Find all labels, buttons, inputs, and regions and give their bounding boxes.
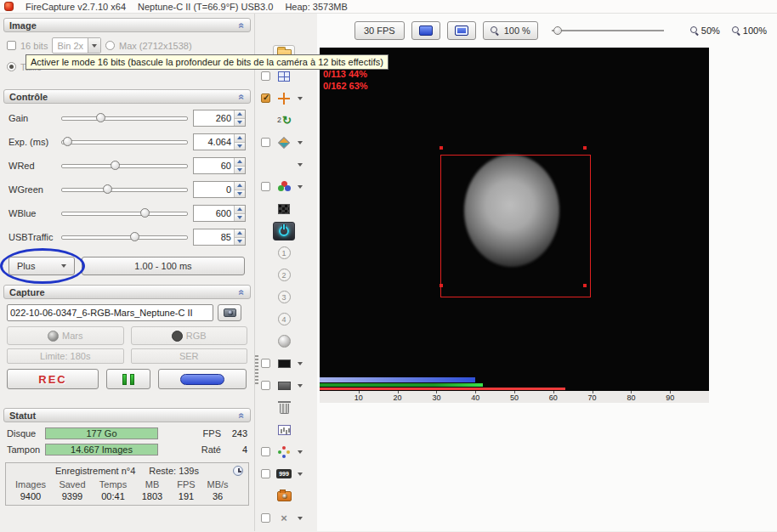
flat-frame-toggle[interactable] [273,376,295,395]
preset-3-button[interactable]: 3 [273,288,295,307]
preset-2-button[interactable]: 2 [273,266,295,285]
slider-track[interactable] [61,112,188,124]
spinner-value[interactable]: 4.064 [194,134,234,150]
preset-4-button[interactable]: 4 [273,310,295,329]
spinner-up-button[interactable] [235,229,245,237]
quality-marker-toggle-checkbox[interactable] [261,138,270,147]
color-reticle-toggle[interactable] [273,443,295,461]
filename-input[interactable] [7,304,213,321]
spinner-up-button[interactable] [235,110,245,118]
camera-power-button[interactable] [273,222,295,241]
bits16-checkbox[interactable] [7,41,16,50]
snapshot-button[interactable] [273,487,295,506]
mini-histogram-button[interactable] [273,421,295,439]
value-spinner[interactable]: 85 [193,229,246,246]
histogram-window-toggle-checkbox[interactable] [261,71,270,81]
value-spinner[interactable]: 4.064 [193,133,246,150]
splitter-handle[interactable] [255,354,258,386]
filter-button[interactable]: RGB [131,326,248,345]
spinner-value[interactable]: 85 [194,229,234,245]
flat-frame-toggle-checkbox[interactable] [261,381,270,390]
image-section-header[interactable]: Image « [3,18,251,32]
live-preview-button[interactable] [158,369,247,389]
pause-button[interactable] [106,369,150,389]
spinner-down-button[interactable] [235,142,245,150]
sphere-button[interactable] [273,332,295,351]
reticle-overlay-toggle[interactable] [273,89,295,108]
chevron-down-icon[interactable] [298,185,303,189]
slider-thumb[interactable] [130,232,139,241]
controle-section-header[interactable]: Contrôle « [3,89,251,104]
spinner-down-button[interactable] [235,166,245,174]
spinner-down-button[interactable] [235,190,245,198]
zoom-slider-knob[interactable] [553,26,562,35]
overlay-options-dropdown[interactable] [273,156,295,174]
spinner-up-button[interactable] [235,206,245,213]
slider-track[interactable] [61,160,188,172]
snapshot-filename-button[interactable] [218,304,241,321]
roi-rectangle[interactable] [440,155,591,297]
slider-thumb[interactable] [63,137,72,146]
record-button[interactable]: REC [7,369,99,389]
spinner-down-button[interactable] [235,118,245,127]
zoom-100-button[interactable]: 100% [732,25,767,36]
reticle-overlay-toggle-checkbox[interactable] [261,93,270,103]
collapse-icon[interactable]: « [236,93,248,99]
slider-thumb[interactable] [140,208,150,218]
close-tool-dropdown[interactable]: × [273,509,295,528]
frame-counter-toggle-checkbox[interactable] [261,469,270,478]
collapse-icon[interactable]: « [236,289,248,295]
object-profile-button[interactable]: Mars [7,326,124,345]
max-resolution-radio[interactable] [105,41,115,50]
capture-section-header[interactable]: Capture « [3,285,251,299]
slider-track[interactable] [61,207,188,219]
value-spinner[interactable]: 60 [193,157,246,174]
format-button[interactable]: SER [131,348,248,364]
spinner-down-button[interactable] [235,213,245,222]
close-tool-dropdown-checkbox[interactable] [261,513,270,523]
slider-thumb[interactable] [103,184,112,194]
value-spinner[interactable]: 0 [193,181,246,198]
roi-handle[interactable] [583,146,587,150]
color-adjust-toggle-checkbox[interactable] [261,182,270,191]
fps-button[interactable]: 30 FPS [354,21,405,40]
spinner-value[interactable]: 0 [194,182,234,197]
chevron-down-icon[interactable] [298,450,303,454]
collapse-icon[interactable]: « [236,412,248,418]
zoom-50-button[interactable]: 50% [690,25,720,36]
spinner-up-button[interactable] [235,158,245,166]
combo-arrow-button[interactable] [88,38,100,53]
slider-track[interactable] [61,136,188,148]
chevron-down-icon[interactable] [298,97,303,100]
quality-marker-toggle[interactable] [273,133,295,152]
frame-counter-toggle[interactable]: 999 [273,465,295,484]
bin-combo[interactable]: Bin 2x [52,37,101,54]
limit-button[interactable]: Limite: 180s [7,348,124,364]
spinner-up-button[interactable] [235,182,245,190]
slider-track[interactable] [61,184,188,195]
collapse-icon[interactable]: « [236,22,248,28]
statut-section-header[interactable]: Statut « [3,408,251,422]
chevron-down-icon[interactable] [298,517,303,520]
color-adjust-toggle[interactable] [273,178,295,196]
value-spinner[interactable]: 600 [193,205,246,222]
chevron-down-icon[interactable] [298,473,303,476]
dark-frame-toggle[interactable] [273,354,295,373]
delete-files-button[interactable] [273,399,295,417]
zoom-slider[interactable] [552,25,664,37]
plus-button[interactable]: Plus [9,257,75,275]
spinner-value[interactable]: 260 [194,110,234,126]
preset-1-button[interactable]: 1 [273,244,295,263]
color-reticle-toggle-checkbox[interactable] [261,447,270,456]
chevron-down-icon[interactable] [298,141,303,144]
rotate-image-button[interactable] [273,111,295,130]
zoom-button[interactable]: 100 % [483,21,538,40]
chevron-down-icon[interactable] [298,163,303,167]
full-resolution-button[interactable] [411,21,440,40]
camera-preview-canvas[interactable]: 0/146 56%0/113 44%0/162 63% [320,48,709,391]
slider-track[interactable] [61,231,188,243]
taille-radio[interactable] [7,62,16,71]
value-spinner[interactable]: 260 [193,110,246,127]
fit-window-button[interactable] [447,21,476,40]
spinner-value[interactable]: 60 [194,158,234,173]
